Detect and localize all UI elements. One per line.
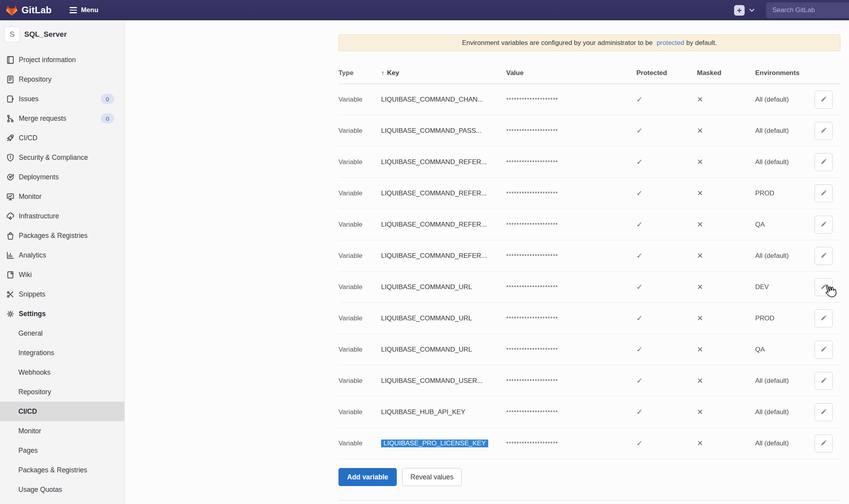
edit-variable-button[interactable] [815, 341, 833, 359]
edit-variable-button[interactable] [815, 216, 833, 234]
sidebar-item-snippets[interactable]: Snippets [0, 284, 124, 304]
sidebar-item-wiki[interactable]: Wiki [0, 265, 124, 284]
sidebar-subitem-monitor[interactable]: Monitor [0, 421, 124, 441]
sidebar-item-label: CI/CD [19, 134, 38, 142]
sidebar-item-deployments[interactable]: Deployments [0, 167, 124, 187]
edit-variable-button[interactable] [815, 434, 833, 452]
gitlab-home-link[interactable]: GitLab [5, 4, 52, 16]
protected-check-icon: ✓ [636, 220, 697, 229]
masked-x-icon: ✕ [697, 314, 755, 323]
variable-type: Variable [339, 315, 381, 322]
count-badge: 0 [101, 113, 114, 123]
sidebar-item-merge-requests[interactable]: Merge requests0 [0, 109, 124, 128]
sidebar-subitem-general[interactable]: General [0, 323, 124, 343]
variable-masked-value: ******************** [506, 315, 636, 322]
variable-row: Variable LIQUIBASE_COMMAND_URL *********… [339, 272, 840, 303]
sidebar-subitem-webhooks[interactable]: Webhooks [0, 363, 124, 382]
variable-environment: PROD [755, 315, 814, 322]
variable-type: Variable [339, 440, 381, 447]
main-content: Environment variables are configured by … [124, 20, 849, 504]
top-navbar: GitLab Menu + [0, 0, 849, 20]
sidebar-item-settings[interactable]: Settings [0, 304, 124, 323]
protected-link[interactable]: protected [657, 39, 684, 47]
column-header-key-sort[interactable]: ↑ Key [381, 69, 506, 77]
sidebar-subitem-ci-cd[interactable]: CI/CD [0, 402, 124, 421]
new-item-dropdown-caret[interactable] [749, 7, 754, 14]
sidebar-item-security-compliance[interactable]: Security & Compliance [0, 148, 124, 167]
variable-key: LIQUIBASE_COMMAND_REFER... [381, 189, 487, 197]
masked-x-icon: ✕ [697, 345, 755, 354]
variable-environment: QA [755, 346, 814, 354]
variable-row: Variable LIQUIBASE_COMMAND_USER... *****… [339, 365, 840, 397]
masked-x-icon: ✕ [697, 251, 755, 260]
sidebar-item-label: Security & Compliance [19, 154, 88, 162]
search-input[interactable] [766, 6, 849, 14]
variable-key: LIQUIBASE_PRO_LICENSE_KEY [381, 440, 488, 447]
pencil-icon [820, 157, 828, 167]
sidebar-subitem-pages[interactable]: Pages [0, 441, 124, 460]
sidebar-item-monitor[interactable]: Monitor [0, 187, 124, 206]
sidebar-subitem-packages-registries[interactable]: Packages & Registries [0, 460, 124, 480]
variable-environment: All (default) [755, 252, 814, 260]
sidebar-item-label: Merge requests [19, 114, 66, 123]
edit-variable-button[interactable] [815, 153, 833, 171]
section-divider [339, 500, 840, 500]
rocket-icon [5, 133, 15, 143]
protected-check-icon: ✓ [636, 439, 697, 448]
sidebar-item-label: Repository [19, 75, 52, 84]
gitlab-app: GitLab Menu + S SQL_Server Project infor… [0, 0, 849, 504]
sidebar-item-repository[interactable]: Repository [0, 70, 124, 89]
variable-type: Variable [339, 158, 381, 166]
variable-key: LIQUIBASE_COMMAND_REFER... [381, 158, 487, 166]
variables-table-body: Variable LIQUIBASE_COMMAND_CHAN... *****… [339, 84, 840, 459]
sidebar-item-ci-cd[interactable]: CI/CD [0, 128, 124, 148]
chevron-down-icon [749, 7, 754, 14]
variable-environment: All (default) [755, 96, 814, 104]
project-sidebar: S SQL_Server Project informationReposito… [0, 20, 125, 504]
pencil-icon [820, 126, 828, 136]
variable-environment: DEV [755, 283, 814, 291]
sidebar-item-label: Snippets [19, 290, 45, 298]
variable-key: LIQUIBASE_COMMAND_URL [381, 315, 472, 322]
variable-masked-value: ******************** [506, 347, 636, 353]
edit-variable-button[interactable] [815, 122, 833, 140]
sidebar-subitem-integrations[interactable]: Integrations [0, 343, 124, 363]
protected-check-icon: ✓ [636, 407, 697, 416]
edit-variable-button[interactable] [815, 278, 833, 296]
hamburger-icon [70, 7, 77, 13]
sidebar-item-analytics[interactable]: Analytics [0, 245, 124, 265]
masked-x-icon: ✕ [697, 282, 755, 291]
edit-variable-button[interactable] [815, 309, 833, 327]
pencil-icon [820, 189, 828, 198]
variable-row: Variable LIQUIBASE_COMMAND_REFER... ****… [339, 209, 840, 240]
sidebar-subitem-usage-quotas[interactable]: Usage Quotas [0, 480, 124, 499]
menu-button[interactable]: Menu [70, 6, 98, 14]
edit-variable-button[interactable] [815, 91, 833, 109]
reveal-values-button[interactable]: Reveal values [402, 468, 462, 486]
sidebar-item-issues[interactable]: Issues0 [0, 89, 124, 109]
edit-variable-button[interactable] [815, 184, 833, 202]
edit-variable-button[interactable] [815, 247, 833, 265]
sidebar-item-project-information[interactable]: Project information [0, 50, 124, 70]
sidebar-project-link[interactable]: S SQL_Server [0, 24, 124, 45]
variable-row: Variable LIQUIBASE_HUB_API_KEY *********… [339, 397, 840, 428]
project-avatar: S [4, 27, 20, 42]
variable-environment: All (default) [755, 377, 814, 385]
pencil-icon [820, 251, 828, 261]
new-item-button[interactable]: + [734, 5, 745, 16]
banner-text-after: by default. [686, 39, 717, 47]
sidebar-item-infrastructure[interactable]: Infrastructure [0, 206, 124, 226]
sidebar-item-packages-registries[interactable]: Packages & Registries [0, 226, 124, 245]
sidebar-subitem-repository[interactable]: Repository [0, 382, 124, 402]
variable-type: Variable [339, 377, 381, 385]
masked-x-icon: ✕ [697, 220, 755, 229]
pencil-icon [820, 407, 828, 417]
edit-variable-button[interactable] [815, 372, 833, 390]
project-name: SQL_Server [24, 30, 67, 39]
variable-masked-value: ******************** [506, 190, 636, 197]
variable-environment: All (default) [755, 127, 814, 135]
variable-type: Variable [339, 96, 381, 104]
add-variable-button[interactable]: Add variable [339, 468, 397, 486]
edit-variable-button[interactable] [815, 403, 833, 421]
wiki-icon [5, 270, 15, 279]
